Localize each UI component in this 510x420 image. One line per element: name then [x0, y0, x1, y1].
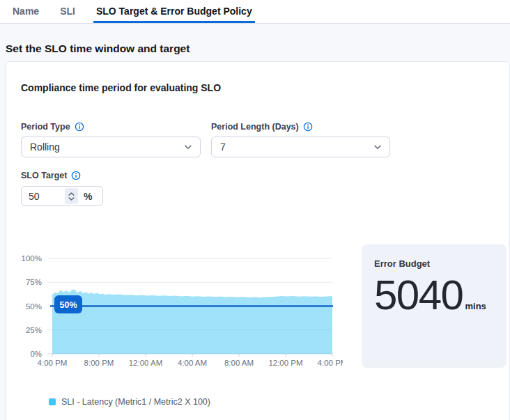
error-budget-title: Error Budget — [374, 258, 494, 269]
info-icon[interactable] — [71, 171, 81, 180]
slo-target-label-text: SLO Target — [21, 171, 67, 180]
tab-slo-target-error-budget-policy[interactable]: SLO Target & Error Budget Policy — [93, 0, 255, 23]
svg-text:100%: 100% — [22, 254, 42, 263]
quantity-stepper[interactable] — [65, 188, 78, 204]
period-length-label: Period Length (Days) — [211, 122, 313, 132]
slo-target-label: SLO Target — [21, 171, 81, 180]
svg-text:50%: 50% — [26, 302, 42, 311]
legend-swatch — [49, 398, 56, 405]
chevron-down-icon — [183, 142, 193, 152]
svg-text:12:00 AM: 12:00 AM — [129, 359, 163, 367]
slo-target-input[interactable] — [22, 191, 65, 202]
svg-text:8:00 PM: 8:00 PM — [84, 359, 114, 367]
period-type-label: Period Type — [21, 122, 84, 132]
chart-legend-item[interactable]: SLI - Latency (Metric1 / Metric2 X 100) — [49, 397, 210, 407]
period-length-label-text: Period Length (Days) — [211, 122, 299, 132]
stepper-down-icon[interactable] — [68, 197, 75, 201]
svg-text:4:00 AM: 4:00 AM — [178, 359, 207, 367]
svg-text:0%: 0% — [30, 350, 42, 358]
area-chart-canvas: 0%25%50%75%100%4:00 PM8:00 PM12:00 AM4:0… — [15, 248, 343, 371]
period-type-value: Rolling — [30, 141, 183, 153]
svg-text:75%: 75% — [26, 278, 42, 286]
compliance-section-title: Compliance time period for evaluating SL… — [21, 82, 221, 93]
stepper-up-icon[interactable] — [68, 192, 75, 196]
info-icon[interactable] — [75, 122, 84, 132]
chevron-down-icon — [373, 142, 382, 152]
error-budget-value: 5040 — [374, 274, 463, 316]
svg-text:12:00 PM: 12:00 PM — [268, 359, 302, 367]
period-type-label-text: Period Type — [21, 122, 70, 132]
period-type-select[interactable]: Rolling — [21, 137, 201, 157]
svg-text:50%: 50% — [59, 300, 77, 310]
tab-name[interactable]: Name — [10, 0, 42, 23]
page-title: Set the SLO time window and target — [6, 42, 190, 55]
error-budget-unit: mins — [465, 301, 486, 311]
slo-preview-chart: 0%25%50%75%100%4:00 PM8:00 PM12:00 AM4:0… — [15, 248, 343, 371]
period-length-select[interactable]: 7 — [211, 137, 390, 157]
legend-label: SLI - Latency (Metric1 / Metric2 X 100) — [61, 397, 210, 407]
percent-unit-label: % — [84, 191, 92, 202]
svg-text:4:00 PM: 4:00 PM — [38, 359, 68, 367]
svg-text:25%: 25% — [26, 326, 42, 334]
form-tabs: Name SLI SLO Target & Error Budget Polic… — [0, 0, 510, 24]
slo-target-field: % — [21, 186, 103, 206]
period-length-value: 7 — [220, 141, 373, 153]
error-budget-panel: Error Budget 5040 mins — [362, 244, 507, 368]
svg-text:4:00 PM: 4:00 PM — [318, 359, 343, 367]
tab-sli[interactable]: SLI — [57, 0, 78, 23]
info-icon[interactable] — [303, 122, 313, 132]
svg-text:8:00 AM: 8:00 AM — [224, 359, 254, 367]
